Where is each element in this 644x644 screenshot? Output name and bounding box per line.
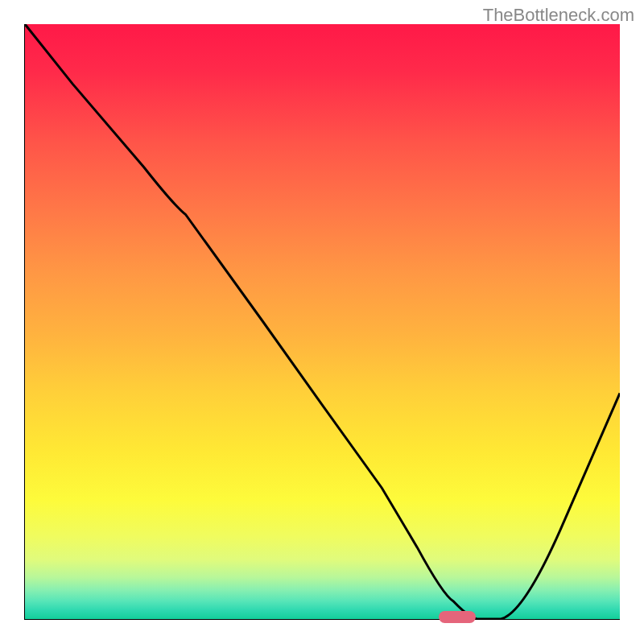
bottleneck-curve — [25, 24, 620, 619]
chart-area — [24, 24, 620, 620]
optimal-point-marker — [439, 611, 476, 623]
chart-curve-svg — [25, 24, 620, 619]
watermark-text: TheBottleneck.com — [483, 5, 634, 26]
